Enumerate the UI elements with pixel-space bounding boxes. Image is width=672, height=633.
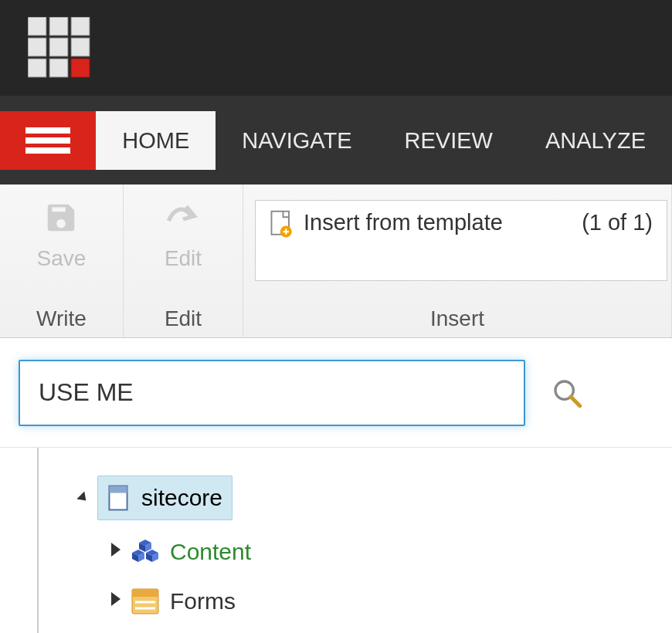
svg-rect-2: [71, 17, 90, 36]
insert-from-template-button[interactable]: Insert from template (1 of 1): [255, 200, 667, 281]
tree-label-sitecore: sitecore: [141, 485, 222, 511]
ribbon-groups: Save Write Edit Edit Insert from templat…: [0, 184, 672, 338]
edit-button[interactable]: Edit: [164, 200, 202, 271]
tab-analyze[interactable]: ANALYZE: [519, 111, 672, 170]
svg-rect-6: [28, 59, 46, 77]
svg-rect-7: [49, 59, 68, 77]
insert-group-label: Insert: [430, 306, 484, 331]
write-group-label: Write: [36, 306, 87, 331]
new-document-icon: [270, 210, 293, 238]
insert-template-label: Insert from template: [304, 210, 503, 235]
svg-rect-1: [49, 17, 68, 36]
global-header: [0, 0, 672, 96]
expander-sitecore[interactable]: [76, 492, 90, 505]
tree-node-sitecore[interactable]: sitecore: [97, 476, 232, 520]
tree-label-content: Content: [170, 539, 251, 565]
search-row: [0, 338, 672, 448]
svg-rect-14: [109, 486, 127, 493]
document-icon: [106, 484, 131, 512]
tab-home[interactable]: HOME: [96, 111, 216, 170]
ribbon-tabs: HOME NAVIGATE REVIEW ANALYZE: [0, 96, 672, 184]
share-icon: [164, 200, 202, 235]
expander-forms[interactable]: [111, 592, 120, 606]
search-icon[interactable]: [552, 377, 582, 408]
hamburger-icon: [25, 124, 70, 157]
svg-rect-8: [71, 59, 90, 77]
tree-node-content[interactable]: Content: [131, 530, 260, 574]
svg-rect-3: [28, 38, 46, 56]
insert-count: (1 of 1): [582, 210, 653, 235]
svg-rect-5: [71, 38, 90, 56]
tab-navigate[interactable]: NAVIGATE: [216, 111, 378, 170]
ribbon-group-insert: Insert from template (1 of 1) Insert: [243, 184, 672, 337]
save-button[interactable]: Save: [37, 200, 87, 271]
save-label: Save: [37, 246, 87, 271]
tree-node-forms[interactable]: Forms: [131, 579, 245, 624]
ribbon-group-edit: Edit Edit: [124, 184, 243, 337]
svg-rect-25: [132, 589, 158, 597]
svg-rect-4: [49, 38, 68, 56]
edit-group-label: Edit: [165, 306, 202, 331]
sitecore-logo-icon: [28, 17, 91, 79]
edit-label: Edit: [165, 246, 202, 271]
svg-rect-0: [28, 17, 46, 36]
form-icon: [131, 588, 159, 614]
tab-review[interactable]: REVIEW: [378, 111, 519, 170]
svg-line-12: [571, 397, 580, 406]
expander-content[interactable]: [111, 543, 120, 557]
ribbon-group-write: Save Write: [0, 184, 124, 337]
save-icon: [43, 200, 79, 235]
search-input[interactable]: [19, 360, 525, 426]
cubes-icon: [131, 539, 159, 565]
content-tree: sitecore Content: [37, 448, 672, 633]
main-menu-button[interactable]: [0, 111, 96, 170]
tree-label-forms: Forms: [170, 588, 236, 614]
